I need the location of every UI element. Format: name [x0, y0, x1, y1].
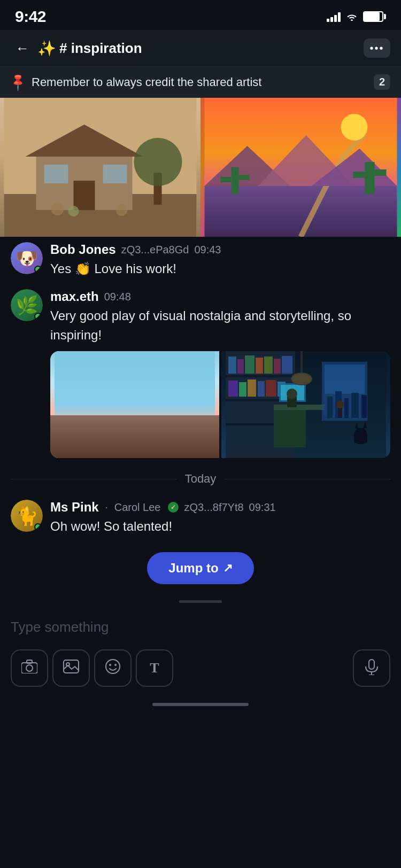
message-text: Yes 👏 Love his work! — [50, 259, 390, 278]
avatar-emoji: 🌿 — [16, 294, 38, 316]
microphone-button[interactable] — [353, 649, 390, 687]
svg-point-9 — [134, 138, 182, 186]
message-text: Oh wow! So talented! — [50, 517, 390, 536]
svg-rect-20 — [239, 175, 250, 180]
back-button[interactable]: ← — [11, 36, 34, 60]
svg-rect-26 — [55, 421, 215, 442]
svg-rect-40 — [245, 355, 255, 374]
gallery-icon — [63, 660, 79, 677]
svg-rect-35 — [226, 375, 295, 377]
beach-svg — [50, 351, 219, 458]
house-scene-svg — [0, 98, 200, 237]
svg-rect-23 — [375, 169, 387, 176]
wifi-icon — [346, 12, 358, 21]
message-bob-jones: 🐶 Bob Jones zQ3...ePa8Gd 09:43 Yes 👏 Lov… — [0, 237, 401, 284]
svg-rect-60 — [327, 397, 333, 418]
message-header: Ms Pink · Carol Lee ✓ zQ3...8f7Yt8 09:31 — [50, 500, 390, 515]
date-line-left — [11, 479, 176, 479]
desert-scene-svg — [200, 98, 401, 237]
svg-point-12 — [116, 204, 128, 216]
svg-rect-49 — [266, 380, 276, 397]
input-placeholder[interactable]: Type something — [11, 619, 109, 635]
message-header: Bob Jones zQ3...ePa8Gd 09:43 — [50, 242, 390, 257]
jump-to-button[interactable]: Jump to ↗ — [147, 552, 253, 584]
svg-rect-45 — [228, 381, 238, 397]
svg-rect-39 — [237, 359, 244, 374]
svg-rect-62 — [344, 398, 349, 418]
home-indicator — [152, 703, 249, 706]
jump-to-container: Jump to ↗ — [0, 541, 401, 595]
channel-sparkle-icon: ✨ — [37, 40, 56, 57]
message-body-mspink: Ms Pink · Carol Lee ✓ zQ3...8f7Yt8 09:31… — [50, 500, 390, 536]
svg-rect-44 — [282, 356, 292, 374]
back-arrow-icon: ← — [16, 40, 29, 57]
text-format-icon: T — [150, 660, 159, 676]
svg-rect-43 — [274, 359, 281, 374]
emoji-button[interactable] — [94, 649, 132, 687]
date-label: Today — [176, 472, 225, 486]
microphone-icon — [365, 659, 379, 677]
status-time: 9:42 — [15, 7, 46, 26]
camera-button[interactable] — [11, 649, 48, 687]
channel-title: # inspiration — [59, 40, 364, 57]
jump-arrow-icon: ↗ — [223, 561, 233, 575]
svg-rect-22 — [353, 172, 365, 178]
message-text: Very good play of visual nostalgia and s… — [50, 306, 390, 345]
svg-point-30 — [109, 420, 117, 428]
message-image-grid — [50, 351, 390, 458]
date-separator: Today — [0, 463, 401, 494]
svg-rect-29 — [111, 426, 115, 441]
svg-rect-64 — [361, 395, 367, 418]
status-icons — [327, 11, 386, 22]
avatar-emoji: 🐈 — [16, 505, 38, 526]
svg-rect-48 — [258, 381, 265, 397]
message-body-bob: Bob Jones zQ3...ePa8Gd 09:43 Yes 👏 Love … — [50, 242, 390, 278]
dot-separator: · — [105, 502, 108, 513]
svg-point-10 — [51, 203, 64, 215]
message-time: 09:48 — [104, 291, 131, 303]
signal-icon — [327, 11, 341, 22]
pinned-banner[interactable]: 📌 Remember to always credit the shared a… — [0, 67, 401, 98]
channel-header: ← ✨ # inspiration ••• — [0, 30, 401, 67]
message-header: max.eth 09:48 — [50, 289, 390, 304]
svg-point-24 — [341, 114, 368, 141]
more-options-button[interactable]: ••• — [364, 38, 390, 58]
image-beach — [50, 351, 219, 458]
svg-rect-63 — [351, 393, 359, 418]
svg-point-69 — [292, 374, 311, 384]
text-format-button[interactable]: T — [136, 649, 173, 687]
avatar-ms-pink: 🐈 — [11, 500, 43, 532]
date-line-right — [225, 479, 390, 479]
pinned-text: Remember to always credit the shared art… — [32, 75, 374, 89]
jump-to-label: Jump to — [168, 561, 218, 576]
message-input-area[interactable]: Type something — [0, 611, 401, 641]
svg-rect-38 — [228, 356, 236, 374]
gallery-button[interactable] — [52, 649, 90, 687]
svg-rect-74 — [27, 660, 32, 663]
pin-icon: 📌 — [8, 72, 28, 92]
status-bar: 9:42 — [0, 0, 401, 30]
avatar-emoji: 🐶 — [16, 247, 38, 269]
svg-rect-80 — [369, 660, 374, 669]
svg-rect-47 — [248, 379, 256, 397]
svg-rect-6 — [44, 165, 68, 183]
svg-rect-25 — [55, 351, 215, 458]
avatar-max-eth: 🌿 — [11, 289, 43, 321]
svg-point-77 — [106, 660, 120, 673]
sender-address: zQ3...8f7Yt8 — [184, 501, 243, 514]
camera-icon — [21, 660, 37, 677]
svg-rect-21 — [365, 162, 375, 194]
image-desert — [200, 98, 401, 237]
svg-rect-27 — [55, 437, 215, 458]
avatar-bob-jones: 🐶 — [11, 242, 43, 274]
sender-name: Ms Pink — [50, 500, 99, 515]
svg-rect-5 — [74, 181, 95, 210]
image-room — [221, 351, 390, 458]
top-image-strip — [0, 98, 401, 237]
online-indicator — [34, 523, 42, 531]
svg-point-56 — [287, 389, 297, 399]
sender-name: Bob Jones — [50, 242, 116, 257]
online-indicator — [34, 266, 42, 273]
message-max-eth: 🌿 max.eth 09:48 Very good play of visual… — [0, 284, 401, 463]
emoji-icon — [105, 658, 121, 678]
